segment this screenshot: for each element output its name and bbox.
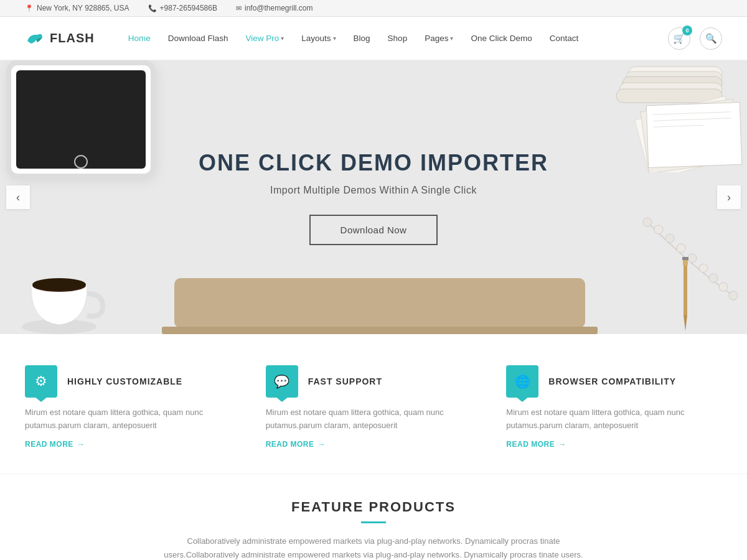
cart-button[interactable]: 🛒 0 xyxy=(668,27,690,50)
hero-title: ONE CLICK DEMO IMPORTER xyxy=(199,150,548,176)
svg-rect-25 xyxy=(684,259,687,315)
nav-pages[interactable]: Pages ▾ xyxy=(416,17,462,60)
logo[interactable]: FLASH xyxy=(25,29,95,49)
logo-bird-icon xyxy=(25,29,45,49)
svg-rect-15 xyxy=(162,327,598,334)
feature-compatibility: 🌐 BROWSER COMPATIBILITY Mirum est notare… xyxy=(506,365,722,449)
svg-point-17 xyxy=(654,225,663,234)
location-icon: 📍 xyxy=(25,4,34,12)
hero-subtitle: Import Multiple Demos Within A Single Cl… xyxy=(199,185,548,196)
products-title-underline xyxy=(361,521,386,523)
hero-laptop-decoration xyxy=(162,266,598,334)
feature-support-link[interactable]: READ MORE → xyxy=(266,440,482,449)
hero-coffee-decoration xyxy=(12,235,106,334)
hero-tablet-decoration xyxy=(0,60,168,185)
feature-support: 💬 FAST SUPPORT Mirum est notare quam lit… xyxy=(266,365,482,449)
cart-badge: 0 xyxy=(682,26,692,35)
feature-customizable-desc: Mirum est notare quam littera gothica, q… xyxy=(25,406,241,432)
search-icon: 🔍 xyxy=(705,33,717,44)
hero-pearls-decoration xyxy=(641,216,741,303)
nav-download-flash[interactable]: Download Flash xyxy=(159,17,237,60)
hero-content: ONE CLICK DEMO IMPORTER Import Multiple … xyxy=(186,138,561,258)
phone-icon: 📞 xyxy=(148,4,157,12)
slider-prev-button[interactable]: ‹ xyxy=(6,185,30,209)
feature-customizable: ⚙ HIGHLY CUSTOMIZABLE Mirum est notare q… xyxy=(25,365,241,449)
feature-customizable-header: ⚙ HIGHLY CUSTOMIZABLE xyxy=(25,365,241,398)
nav-blog[interactable]: Blog xyxy=(345,17,379,60)
nav-layouts[interactable]: Layouts ▾ xyxy=(293,17,344,60)
svg-point-19 xyxy=(677,244,685,253)
topbar-email: ✉ info@themegrill.com xyxy=(236,4,313,12)
svg-point-21 xyxy=(699,264,708,273)
feature-support-icon-box: 💬 xyxy=(266,365,298,398)
header: FLASH Home Download Flash View Pro ▾ Lay… xyxy=(0,17,747,60)
feature-compatibility-header: 🌐 BROWSER COMPATIBILITY xyxy=(506,365,722,398)
email-icon: ✉ xyxy=(236,4,242,12)
feature-support-desc: Mirum est notare quam littera gothica, q… xyxy=(266,406,482,432)
slider-next-button[interactable]: › xyxy=(717,185,741,209)
svg-marker-27 xyxy=(684,315,687,331)
feature-compatibility-title: BROWSER COMPATIBILITY xyxy=(548,376,676,386)
chevron-down-icon: ▾ xyxy=(450,17,453,60)
svg-point-22 xyxy=(709,274,718,282)
download-now-button[interactable]: Download Now xyxy=(309,215,438,245)
svg-rect-14 xyxy=(174,278,585,328)
topbar-location: 📍 New York, NY 928865, USA xyxy=(25,4,129,12)
svg-point-24 xyxy=(729,291,738,300)
feature-customizable-title: HIGHLY CUSTOMIZABLE xyxy=(67,376,182,386)
feature-support-header: 💬 FAST SUPPORT xyxy=(266,365,482,398)
svg-point-18 xyxy=(665,234,674,243)
feature-compatibility-icon-box: 🌐 xyxy=(506,365,538,398)
svg-point-23 xyxy=(719,282,728,291)
search-button[interactable]: 🔍 xyxy=(700,27,722,50)
arrow-right-icon: → xyxy=(318,440,326,449)
nav-contact[interactable]: Contact xyxy=(541,17,588,60)
products-section: FEATURE PRODUCTS Collaboratively adminis… xyxy=(0,474,747,560)
logo-text: FLASH xyxy=(50,31,95,45)
nav-view-pro[interactable]: View Pro ▾ xyxy=(237,17,293,60)
gear-icon: ⚙ xyxy=(35,373,47,390)
svg-point-16 xyxy=(643,218,652,226)
support-icon: 💬 xyxy=(274,374,289,389)
feature-customizable-link[interactable]: READ MORE → xyxy=(25,440,241,449)
hero-slider: ONE CLICK DEMO IMPORTER Import Multiple … xyxy=(0,60,747,334)
feature-compatibility-link[interactable]: READ MORE → xyxy=(506,440,722,449)
topbar: 📍 New York, NY 928865, USA 📞 +987-265945… xyxy=(0,0,747,17)
browser-icon: 🌐 xyxy=(515,374,530,389)
svg-point-13 xyxy=(32,278,86,291)
chevron-down-icon: ▾ xyxy=(281,17,284,60)
feature-support-title: FAST SUPPORT xyxy=(308,376,382,386)
hero-blueprints-decoration xyxy=(610,60,747,172)
features-section: ⚙ HIGHLY CUSTOMIZABLE Mirum est notare q… xyxy=(0,334,747,474)
products-title: FEATURE PRODUCTS xyxy=(25,499,722,515)
svg-rect-4 xyxy=(616,89,722,103)
topbar-phone: 📞 +987-26594586B xyxy=(148,4,217,12)
main-nav: Home Download Flash View Pro ▾ Layouts ▾… xyxy=(120,17,668,60)
header-actions: 🛒 0 🔍 xyxy=(668,27,722,50)
svg-rect-28 xyxy=(682,257,688,260)
chevron-down-icon: ▾ xyxy=(333,17,336,60)
feature-compatibility-desc: Mirum est notare quam littera gothica, q… xyxy=(506,406,722,432)
feature-customizable-icon-box: ⚙ xyxy=(25,365,57,398)
hero-pen-decoration xyxy=(680,253,691,334)
nav-home[interactable]: Home xyxy=(120,17,159,60)
products-desc: Collaboratively administrate empowered m… xyxy=(156,534,591,560)
arrow-right-icon: → xyxy=(77,440,85,449)
nav-shop[interactable]: Shop xyxy=(379,17,416,60)
arrow-right-icon: → xyxy=(558,440,566,449)
nav-one-click-demo[interactable]: One Click Demo xyxy=(462,17,540,60)
